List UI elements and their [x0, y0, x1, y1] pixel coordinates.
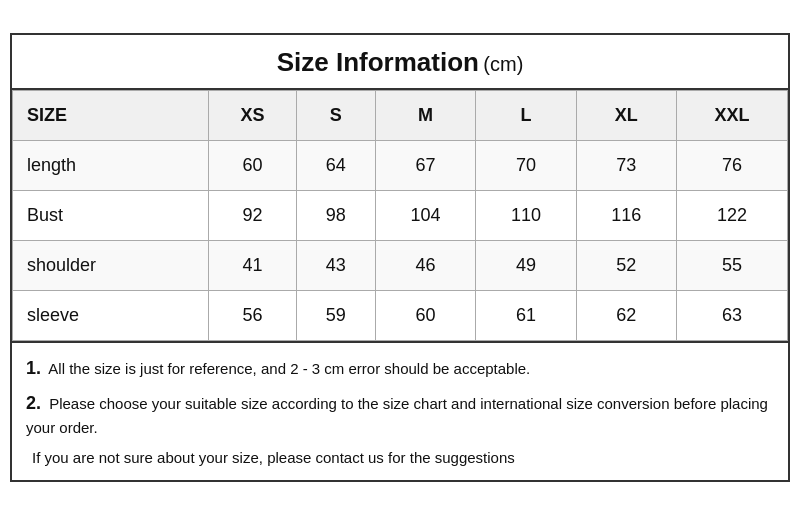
col-header-xxl: XXL — [677, 90, 788, 140]
cell-length-col-3: 70 — [476, 140, 576, 190]
cell-sleeve-col-1: 59 — [296, 290, 375, 340]
col-header-l: L — [476, 90, 576, 140]
table-header-row: SIZE XS S M L XL XXL — [13, 90, 788, 140]
table-row: sleeve565960616263 — [13, 290, 788, 340]
cell-length-col-4: 73 — [576, 140, 676, 190]
note-2-number: 2. — [26, 393, 41, 413]
cell-length-col-0: 60 — [209, 140, 297, 190]
col-header-size: SIZE — [13, 90, 209, 140]
cell-Bust-col-1: 98 — [296, 190, 375, 240]
page-title-main: Size Information — [277, 47, 479, 77]
cell-Bust-col-5: 122 — [677, 190, 788, 240]
cell-length-col-2: 67 — [375, 140, 475, 190]
cell-Bust-col-4: 116 — [576, 190, 676, 240]
note-1-number: 1. — [26, 358, 41, 378]
page-title-unit: (cm) — [483, 53, 523, 75]
note-extra-text: If you are not sure about your size, ple… — [32, 449, 515, 466]
col-header-xl: XL — [576, 90, 676, 140]
table-row: length606467707376 — [13, 140, 788, 190]
cell-sleeve-col-2: 60 — [375, 290, 475, 340]
col-header-s: S — [296, 90, 375, 140]
cell-shoulder-col-3: 49 — [476, 240, 576, 290]
size-info-container: Size Information (cm) SIZE XS S M L XL X… — [10, 33, 790, 482]
note-2: 2. Please choose your suitable size acco… — [26, 390, 774, 440]
note-1-text: All the size is just for reference, and … — [48, 360, 530, 377]
cell-shoulder-col-4: 52 — [576, 240, 676, 290]
cell-Bust-col-2: 104 — [375, 190, 475, 240]
title-row: Size Information (cm) — [12, 35, 788, 90]
cell-shoulder-col-1: 43 — [296, 240, 375, 290]
row-label-sleeve: sleeve — [13, 290, 209, 340]
row-label-Bust: Bust — [13, 190, 209, 240]
size-table: SIZE XS S M L XL XXL length606467707376B… — [12, 90, 788, 341]
cell-shoulder-col-0: 41 — [209, 240, 297, 290]
cell-length-col-1: 64 — [296, 140, 375, 190]
note-extra: If you are not sure about your size, ple… — [26, 447, 774, 470]
col-header-xs: XS — [209, 90, 297, 140]
cell-sleeve-col-4: 62 — [576, 290, 676, 340]
cell-sleeve-col-5: 63 — [677, 290, 788, 340]
notes-section: 1. All the size is just for reference, a… — [12, 341, 788, 480]
cell-length-col-5: 76 — [677, 140, 788, 190]
table-row: Bust9298104110116122 — [13, 190, 788, 240]
cell-Bust-col-3: 110 — [476, 190, 576, 240]
table-row: shoulder414346495255 — [13, 240, 788, 290]
note-1: 1. All the size is just for reference, a… — [26, 355, 774, 382]
cell-sleeve-col-0: 56 — [209, 290, 297, 340]
row-label-length: length — [13, 140, 209, 190]
cell-sleeve-col-3: 61 — [476, 290, 576, 340]
row-label-shoulder: shoulder — [13, 240, 209, 290]
cell-Bust-col-0: 92 — [209, 190, 297, 240]
cell-shoulder-col-5: 55 — [677, 240, 788, 290]
note-2-text: Please choose your suitable size accordi… — [26, 395, 768, 436]
cell-shoulder-col-2: 46 — [375, 240, 475, 290]
col-header-m: M — [375, 90, 475, 140]
